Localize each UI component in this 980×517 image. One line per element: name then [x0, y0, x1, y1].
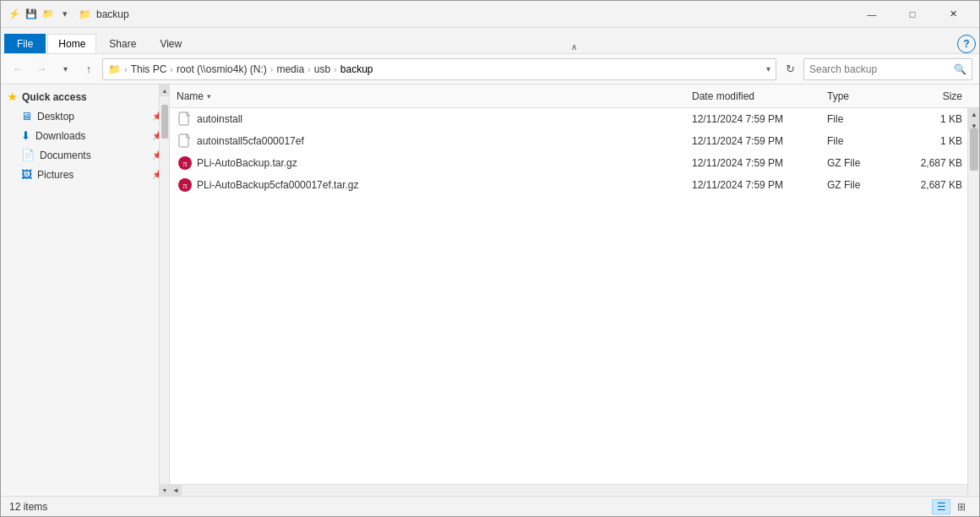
tab-view[interactable]: View [149, 34, 193, 53]
sort-icon: ▾ [207, 92, 211, 101]
tiles-view-button[interactable]: ⊞ [952, 499, 971, 514]
help-button[interactable]: ? [957, 35, 976, 53]
sidebar-downloads-label: Downloads [35, 130, 147, 142]
file-row-pli-autobackup5cfa[interactable]: π PLi-AutoBackup5cfa000017ef.tar.gz 12/1… [170, 174, 979, 196]
minimize-button[interactable]: — [852, 1, 891, 28]
explorer-window: ⚡ 💾 📁 ▾ 📁 backup — □ ✕ File Home Share V… [0, 0, 980, 517]
title-folder-icon: 📁 [79, 8, 91, 20]
nav-bar: ← → ▾ ↑ 📁 › This PC › root (\\osmio4k) (… [1, 54, 979, 84]
search-bar[interactable]: 🔍 [803, 58, 972, 80]
close-button[interactable]: ✕ [934, 1, 972, 28]
breadcrumb-backup[interactable]: backup [340, 63, 373, 75]
ribbon-tabs: File Home Share View ∧ ? [1, 28, 979, 53]
file-icon-pli-autobackup: π [177, 155, 193, 171]
breadcrumb-sep-2: › [270, 64, 274, 74]
file-name-pli-autobackup5cfa: PLi-AutoBackup5cfa000017ef.tar.gz [197, 179, 692, 191]
ribbon: File Home Share View ∧ ? [1, 28, 979, 54]
scroll-thumb [970, 128, 978, 171]
sidebar-pictures-label: Pictures [37, 169, 147, 181]
ribbon-expand-button[interactable]: ∧ [568, 41, 580, 53]
sidebar-item-desktop[interactable]: 🖥 Desktop 📌 [1, 106, 169, 126]
window-controls: — □ ✕ [852, 1, 972, 28]
file-icon-autoinstall5cfa [177, 133, 193, 150]
breadcrumb-sep-1: › [170, 64, 173, 74]
scroll-up-button[interactable]: ▲ [968, 108, 979, 120]
content-scrollbar: ▲ ▼ [967, 108, 979, 496]
sidebar-scroll-track [160, 96, 169, 484]
file-row-autoinstall5cfa[interactable]: autoinstall5cfa000017ef 12/11/2024 7:59 … [170, 130, 979, 152]
column-name-header[interactable]: Name ▾ [177, 90, 692, 102]
sidebar-item-pictures[interactable]: 🖼 Pictures 📌 [1, 165, 169, 184]
search-icon: 🔍 [954, 63, 966, 75]
file-name-autoinstall: autoinstall [197, 113, 692, 125]
back-button[interactable]: ← [8, 59, 28, 79]
file-name-pli-autobackup: PLi-AutoBackup.tar.gz [197, 157, 692, 169]
sidebar-item-documents[interactable]: 📄 Documents 📌 [1, 145, 169, 165]
downloads-icon: ⬇ [21, 129, 30, 142]
breadcrumb-media[interactable]: media [276, 63, 304, 75]
column-headers: Name ▾ Date modified Type Size [170, 84, 979, 108]
breadcrumb-sep-0: › [124, 64, 128, 74]
breadcrumb-home-icon: 📁 [108, 63, 121, 75]
horizontal-scrollbar: ◄ ► [170, 484, 979, 496]
breadcrumb-usb[interactable]: usb [314, 63, 330, 75]
search-input[interactable] [809, 63, 950, 75]
desktop-icon: 🖥 [21, 110, 32, 122]
up-button[interactable]: ↑ [79, 59, 99, 79]
svg-text:π: π [182, 181, 187, 190]
sidebar-item-downloads[interactable]: ⬇ Downloads 📌 [1, 126, 169, 145]
file-date-pli-autobackup5cfa: 12/11/2024 7:59 PM [692, 179, 827, 191]
file-type-autoinstall: File [827, 113, 912, 125]
save-icon: 💾 [24, 8, 38, 21]
quick-access-icon: ⚡ [8, 8, 21, 21]
sidebar-scroll-up-button[interactable]: ▲ [160, 84, 170, 96]
sidebar-desktop-label: Desktop [37, 111, 147, 122]
h-scroll-left-button[interactable]: ◄ [170, 485, 182, 497]
address-chevron-icon[interactable]: ▾ [766, 64, 770, 73]
sidebar-header-quick-access[interactable]: ★ Quick access [1, 88, 169, 106]
file-date-autoinstall5cfa: 12/11/2024 7:59 PM [692, 135, 827, 147]
refresh-button[interactable]: ↻ [780, 59, 800, 79]
file-name-autoinstall5cfa: autoinstall5cfa000017ef [197, 135, 692, 147]
content-area: Name ▾ Date modified Type Size [170, 84, 979, 496]
file-icon-pli-autobackup5cfa: π [177, 177, 193, 193]
file-row-autoinstall[interactable]: autoinstall 12/11/2024 7:59 PM File 1 KB [170, 108, 979, 130]
sidebar-scroll-down-button[interactable]: ▼ [160, 484, 170, 496]
window-title-text: backup [96, 8, 129, 20]
view-buttons: ☰ ⊞ [932, 499, 971, 514]
documents-icon: 📄 [21, 149, 35, 161]
sidebar-scrollbar: ▲ ▼ [159, 84, 169, 496]
column-type-header[interactable]: Type [827, 90, 912, 102]
tab-file[interactable]: File [4, 34, 46, 53]
sidebar: ★ Quick access 🖥 Desktop 📌 ⬇ Downloads 📌… [1, 84, 170, 496]
dropdown-arrow-icon[interactable]: ▾ [58, 8, 72, 21]
maximize-button[interactable]: □ [893, 1, 932, 28]
sidebar-quick-access-label: Quick access [22, 91, 87, 103]
sidebar-section-quick-access: ★ Quick access 🖥 Desktop 📌 ⬇ Downloads 📌… [1, 84, 169, 188]
file-date-pli-autobackup: 12/11/2024 7:59 PM [692, 157, 827, 169]
window-title: 📁 backup [79, 8, 852, 20]
forward-button[interactable]: → [31, 59, 52, 79]
file-type-pli-autobackup5cfa: GZ File [827, 179, 912, 191]
details-view-button[interactable]: ☰ [932, 499, 950, 514]
file-type-pli-autobackup: GZ File [827, 157, 912, 169]
main-area: ★ Quick access 🖥 Desktop 📌 ⬇ Downloads 📌… [1, 84, 979, 496]
file-row-pli-autobackup[interactable]: π PLi-AutoBackup.tar.gz 12/11/2024 7:59 … [170, 152, 979, 174]
column-size-header[interactable]: Size [912, 90, 979, 102]
column-date-header[interactable]: Date modified [692, 90, 827, 102]
tab-share[interactable]: Share [98, 34, 147, 53]
quick-access-star-icon: ★ [8, 91, 17, 103]
dropdown-recent-button[interactable]: ▾ [55, 59, 75, 79]
folder-icon: 📁 [41, 8, 55, 21]
status-item-count: 12 items [9, 501, 47, 513]
breadcrumb-this-pc[interactable]: This PC [131, 63, 167, 75]
title-bar-icons: ⚡ 💾 📁 ▾ [8, 8, 72, 21]
breadcrumb-sep-3: › [308, 64, 311, 74]
address-bar[interactable]: 📁 › This PC › root (\\osmio4k) (N:) › me… [102, 58, 776, 80]
sidebar-documents-label: Documents [40, 150, 147, 161]
breadcrumb-root[interactable]: root (\\osmio4k) (N:) [177, 63, 267, 75]
file-type-autoinstall5cfa: File [827, 135, 912, 147]
breadcrumb-sep-4: › [334, 64, 337, 74]
file-list: autoinstall 12/11/2024 7:59 PM File 1 KB… [170, 108, 979, 484]
tab-home[interactable]: Home [47, 34, 96, 53]
